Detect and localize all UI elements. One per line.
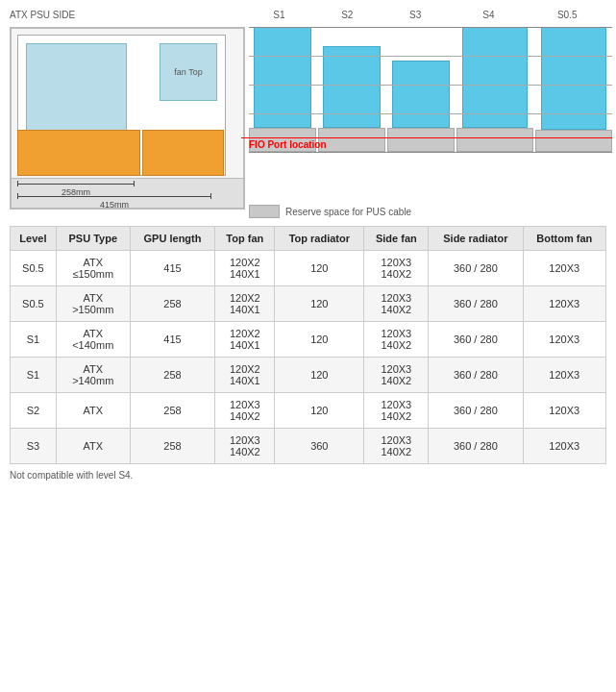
table-row: S0.5ATX>150mm258120X2140X1120120X3140X23… [11, 286, 606, 322]
table-cell: ATX>150mm [56, 286, 130, 322]
col-gpu-length: GPU length [130, 227, 215, 251]
col-top-radiator: Top radiator [275, 227, 364, 251]
table-row: S2ATX258120X3140X2120120X3140X2360 / 280… [11, 393, 606, 429]
table-cell: 120X3140X2 [364, 358, 429, 393]
table-cell: ATX [56, 429, 130, 464]
diagram-top-labels: ATX PSU SIDE S1 S2 S3 S4 S0.5 [10, 10, 606, 20]
table-cell: 120X3 [523, 429, 605, 464]
table-cell: 360 / 280 [429, 393, 523, 429]
table-cell: 120X2140X1 [215, 358, 275, 393]
measure-415: 415mm [17, 193, 211, 210]
diagram-container: fan Top 258mm [10, 22, 606, 218]
table-section: Level PSU Type GPU length Top fan Top ra… [10, 226, 606, 481]
col-psu-type: PSU Type [56, 227, 130, 251]
bars-area: FIO Port location Reserve space for PUS … [249, 27, 612, 218]
table-cell: 120 [275, 286, 364, 322]
table-cell: 120 [275, 322, 364, 358]
footnote: Not compatible with level S4. [10, 470, 606, 481]
hline-3 [249, 113, 612, 114]
bar-s05 [535, 27, 612, 152]
table-header: Level PSU Type GPU length Top fan Top ra… [11, 227, 606, 251]
bar-s2-bottom [318, 128, 385, 152]
table-cell: 120 [275, 358, 364, 393]
fan-top-area: fan Top [160, 43, 217, 101]
table-cell: 360 / 280 [429, 429, 523, 464]
col-bottom-fan: Bottom fan [523, 227, 605, 251]
table-row: S1ATX<140mm415120X2140X1120120X3140X2360… [11, 322, 606, 358]
label-s05: S0.5 [528, 10, 606, 20]
table-cell: 258 [130, 286, 215, 322]
bar-s05-top [541, 27, 606, 130]
table-cell: 258 [130, 393, 215, 429]
table-cell: S3 [11, 429, 57, 464]
table-cell: 120X3 [523, 251, 605, 286]
bar-s4-bottom [456, 128, 533, 152]
bar-s2 [318, 27, 385, 152]
table-cell: 120X3 [523, 358, 605, 393]
compatibility-table: Level PSU Type GPU length Top fan Top ra… [10, 226, 606, 464]
bar-s1 [249, 27, 316, 152]
header-row: Level PSU Type GPU length Top fan Top ra… [11, 227, 606, 251]
fan-top-label: fan Top [160, 44, 216, 100]
table-cell: 120X3140X2 [364, 251, 429, 286]
psu-right [142, 130, 224, 176]
table-cell: 415 [130, 322, 215, 358]
table-cell: 120X3 [523, 322, 605, 358]
table-cell: 360 / 280 [429, 251, 523, 286]
hline-top [249, 27, 612, 28]
table-cell: 120 [275, 251, 364, 286]
table-row: S0.5ATX≤150mm415120X2140X1120120X3140X23… [11, 251, 606, 286]
bar-s3-bottom [387, 128, 455, 152]
bar-s3 [387, 27, 455, 152]
table-cell: 120X3140X2 [364, 429, 429, 464]
table-row: S3ATX258120X3140X2360120X3140X2360 / 280… [11, 429, 606, 464]
label-s4: S4 [450, 10, 529, 20]
reserve-label: Reserve space for PUS cable [285, 207, 411, 217]
table-cell: S1 [11, 322, 57, 358]
psu-left [17, 130, 140, 176]
table-cell: ATX [56, 393, 130, 429]
table-cell: 120X2140X1 [215, 251, 275, 286]
col-level: Level [11, 227, 57, 251]
label-s2: S2 [313, 10, 382, 20]
col-top-fan: Top fan [215, 227, 275, 251]
table-cell: 415 [130, 251, 215, 286]
table-cell: ATX<140mm [56, 322, 130, 358]
label-s1: S1 [245, 10, 313, 20]
reserve-legend: Reserve space for PUS cable [249, 205, 612, 218]
bar-s3-top [392, 61, 450, 128]
table-cell: 120 [275, 393, 364, 429]
hline-bottom [249, 152, 612, 153]
table-cell: 120X3140X2 [215, 429, 275, 464]
motherboard [26, 43, 127, 135]
table-cell: 360 / 280 [429, 286, 523, 322]
hline-2 [249, 85, 612, 86]
bar-s4 [456, 27, 533, 152]
table-cell: 360 / 280 [429, 322, 523, 358]
table-cell: S0.5 [11, 286, 57, 322]
table-cell: S0.5 [11, 251, 57, 286]
table-row: S1ATX>140mm258120X2140X1120120X3140X2360… [11, 358, 606, 393]
table-cell: 120X3 [523, 393, 605, 429]
hline-1 [249, 56, 612, 57]
table-cell: 120X3140X2 [364, 322, 429, 358]
col-side-radiator: Side radiator [429, 227, 523, 251]
bottom-bar: 258mm 415mm [12, 178, 243, 208]
reserve-box [249, 205, 280, 218]
table-cell: 360 [275, 429, 364, 464]
table-cell: 120X3140X2 [364, 393, 429, 429]
table-cell: 258 [130, 429, 215, 464]
table-cell: 120X3140X2 [364, 286, 429, 322]
fio-label: FIO Port location [249, 139, 327, 150]
table-cell: 120X2140X1 [215, 286, 275, 322]
table-cell: ATX>140mm [56, 358, 130, 393]
case-drawing: fan Top 258mm [10, 27, 245, 210]
bar-s2-top [323, 46, 381, 128]
table-cell: ATX≤150mm [56, 251, 130, 286]
table-cell: 120X3140X2 [215, 393, 275, 429]
table-cell: 120X3 [523, 286, 605, 322]
bar-columns [249, 27, 612, 152]
table-cell: 120X2140X1 [215, 322, 275, 358]
label-atx: ATX PSU SIDE [10, 10, 245, 20]
label-s3: S3 [382, 10, 450, 20]
